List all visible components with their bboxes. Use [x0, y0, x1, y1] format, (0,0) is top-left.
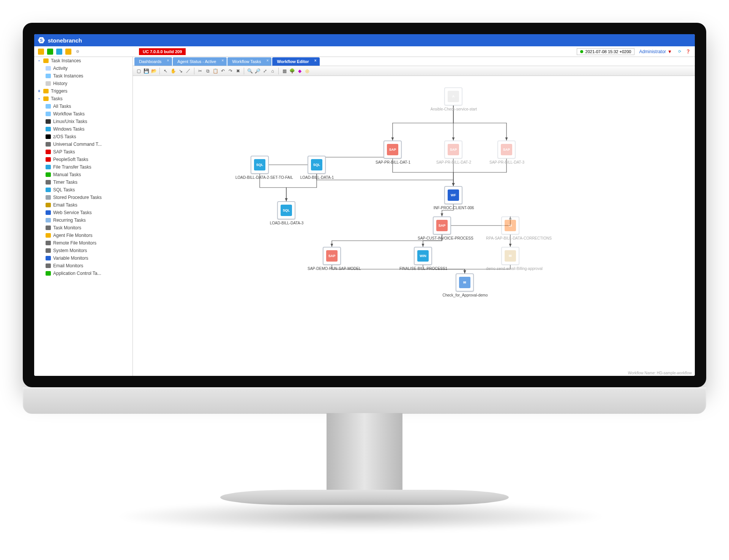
tab-close-icon[interactable]: ×: [314, 58, 317, 63]
tree-leaf[interactable]: PeopleSoft Tasks: [34, 156, 133, 163]
tree-leaf[interactable]: Agent File Monitors: [34, 232, 133, 239]
workflow-edge[interactable]: [442, 216, 510, 235]
workflow-node[interactable]: A: [444, 87, 462, 106]
tab[interactable]: Agent Status - Active×: [173, 57, 227, 66]
tree-leaf[interactable]: Variable Monitors: [34, 254, 133, 262]
zoom-in-icon[interactable]: 🔍: [246, 68, 253, 74]
tree-item-label: Linux/Unix Tasks: [53, 119, 87, 124]
workflow-node[interactable]: WIN: [414, 247, 432, 265]
workflow-node[interactable]: Ui: [501, 216, 519, 235]
expander-icon[interactable]: -: [37, 59, 41, 63]
workflow-node[interactable]: SAP: [323, 247, 341, 265]
workflow-canvas[interactable]: Workflow Name: HD-sample-workflow AAnsib…: [133, 76, 695, 376]
pan-icon[interactable]: ✋: [170, 68, 177, 74]
tab-close-icon[interactable]: ×: [222, 58, 224, 63]
tree-leaf[interactable]: Activity: [34, 65, 133, 72]
tree-leaf[interactable]: Timer Tasks: [34, 178, 133, 186]
run-icon[interactable]: ◎: [304, 68, 311, 74]
tree-item-label: Triggers: [51, 88, 68, 94]
validate-icon[interactable]: ◆: [296, 68, 303, 74]
workflow-node[interactable]: SQL: [308, 156, 326, 174]
workflow-node[interactable]: SAP: [497, 140, 516, 159]
workflow-node[interactable]: SAP: [383, 140, 402, 159]
workflow-edge[interactable]: [317, 156, 393, 159]
tree-leaf[interactable]: Manual Tasks: [34, 171, 133, 178]
brand-bar: S stonebranch: [34, 34, 695, 46]
workflow-node[interactable]: WF: [444, 186, 462, 204]
dashboard-icon[interactable]: [38, 49, 44, 55]
layout-icon[interactable]: ▦: [281, 68, 288, 74]
tree-leaf[interactable]: Task Instances: [34, 72, 133, 80]
schedule-icon[interactable]: [65, 49, 71, 55]
zoom-fit-icon[interactable]: ⤢: [262, 68, 268, 74]
task-type-icon: [46, 271, 51, 276]
redo-icon[interactable]: ↷: [227, 68, 234, 74]
cut-icon[interactable]: ✂: [197, 68, 204, 74]
tree-leaf[interactable]: File Transfer Tasks: [34, 163, 133, 171]
tree-leaf[interactable]: Workflow Tasks: [34, 110, 133, 118]
folder-icon: [43, 89, 49, 93]
refresh-icon[interactable]: ⟳: [677, 49, 683, 55]
tree-item-label: Task Monitors: [53, 225, 81, 230]
tab-close-icon[interactable]: ×: [267, 58, 269, 63]
tree-leaf[interactable]: z/OS Tasks: [34, 133, 133, 140]
tree-leaf[interactable]: Application Control Ta...: [34, 270, 133, 277]
navigation-tree[interactable]: -Task InstancesActivityTask InstancesHis…: [34, 57, 133, 376]
open-icon[interactable]: 📂: [150, 68, 157, 74]
tree-leaf[interactable]: Email Monitors: [34, 262, 133, 270]
tab[interactable]: Dashboards×: [134, 57, 172, 66]
workflow-node[interactable]: SQL: [277, 201, 295, 219]
save-icon[interactable]: 💾: [143, 68, 150, 74]
copy-icon[interactable]: ⧉: [204, 68, 211, 74]
expander-icon[interactable]: -: [37, 97, 41, 101]
zoom-out-icon[interactable]: 🔎: [254, 68, 261, 74]
user-menu[interactable]: Administrator▼: [639, 49, 672, 54]
tab-close-icon[interactable]: ×: [167, 58, 169, 63]
workflow-node[interactable]: ✉: [501, 247, 519, 265]
help-icon[interactable]: ❓: [685, 49, 691, 55]
tree-icon[interactable]: 🌳: [289, 68, 295, 74]
node-type-icon: SAP: [326, 250, 338, 262]
workflow-node[interactable]: SAP: [433, 216, 451, 235]
tree-leaf[interactable]: All Tasks: [34, 103, 133, 110]
tree-leaf[interactable]: Universal Command T...: [34, 140, 133, 148]
tree-branch[interactable]: -Task Instances: [34, 57, 133, 65]
task-type-icon: [46, 241, 51, 245]
tree-leaf[interactable]: SQL Tasks: [34, 186, 133, 194]
globe-icon[interactable]: [47, 49, 53, 55]
tree-leaf[interactable]: Recurring Tasks: [34, 216, 133, 224]
tab[interactable]: Workflow Editor×: [272, 57, 319, 66]
workflow-node[interactable]: SAP: [444, 140, 462, 159]
tree-leaf[interactable]: System Monitors: [34, 247, 133, 254]
connect-icon[interactable]: ↘: [177, 68, 184, 74]
tab[interactable]: Workflow Tasks×: [227, 57, 271, 66]
tree-leaf[interactable]: Linux/Unix Tasks: [34, 118, 133, 125]
workflow-node[interactable]: SQL: [251, 156, 269, 174]
expander-icon[interactable]: +: [37, 89, 41, 93]
task-type-icon: [46, 233, 51, 238]
tree-item-label: File Transfer Tasks: [53, 164, 91, 170]
tree-leaf[interactable]: Stored Procedure Tasks: [34, 194, 133, 201]
new-icon[interactable]: ▢: [135, 68, 142, 74]
paste-icon[interactable]: 📋: [212, 68, 219, 74]
tree-leaf[interactable]: History: [34, 80, 133, 87]
node-label: SAP-PR-BILL-DAT-2: [429, 160, 478, 164]
zoom-reset-icon[interactable]: ⌂: [269, 68, 276, 74]
task-type-icon: [46, 150, 51, 154]
delete-icon[interactable]: ✖: [235, 68, 241, 74]
node-type-icon: WIN: [417, 250, 429, 262]
tree-leaf[interactable]: Web Service Tasks: [34, 209, 133, 216]
tree-branch[interactable]: -Tasks: [34, 95, 133, 103]
workflow-node[interactable]: ✉: [456, 273, 474, 292]
database-icon[interactable]: [56, 49, 62, 55]
settings-icon[interactable]: ⚙: [74, 49, 80, 55]
tree-leaf[interactable]: Email Tasks: [34, 201, 133, 209]
undo-icon[interactable]: ↶: [219, 68, 226, 74]
pointer-icon[interactable]: ↖: [162, 68, 169, 74]
tree-leaf[interactable]: Windows Tasks: [34, 125, 133, 133]
tree-leaf[interactable]: SAP Tasks: [34, 148, 133, 156]
tree-leaf[interactable]: Task Monitors: [34, 224, 133, 232]
tree-branch[interactable]: +Triggers: [34, 87, 133, 95]
line-icon[interactable]: ／: [185, 68, 192, 74]
tree-leaf[interactable]: Remote File Monitors: [34, 239, 133, 247]
